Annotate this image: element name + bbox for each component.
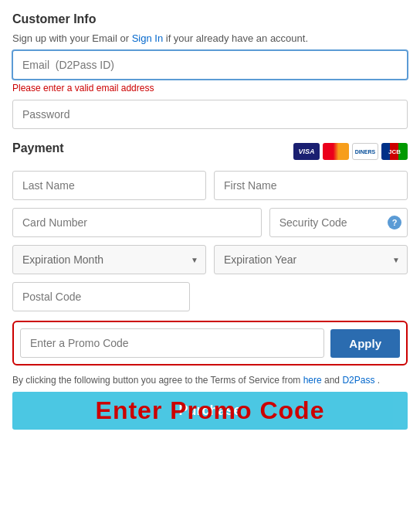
purchase-section: Enter Promo Code Purchase (12, 392, 408, 430)
last-name-input[interactable] (12, 171, 206, 200)
email-input[interactable] (12, 50, 408, 80)
signin-link[interactable]: Sign In (132, 32, 163, 44)
d2pass-link[interactable]: D2Pass (342, 375, 374, 386)
name-row (12, 171, 408, 200)
enter-promo-text: Enter Promo Code (96, 396, 325, 425)
expiry-row: Expiration Month 01 - January 02 - Febru… (12, 245, 408, 274)
payment-title: Payment (12, 141, 64, 155)
expiry-year-wrapper: Expiration Year 2024 2025 2026 2027 2028… (214, 245, 408, 274)
email-wrapper (12, 50, 408, 80)
postal-code-input[interactable] (12, 282, 190, 311)
expiry-month-wrapper: Expiration Month 01 - January 02 - Febru… (12, 245, 206, 274)
payment-icons: VISA DINERS JCB (293, 143, 408, 160)
terms-text: By clicking the following button you agr… (12, 375, 408, 386)
email-error: Please enter a valid email address (12, 83, 408, 94)
terms-here-link[interactable]: here (303, 375, 322, 386)
payment-header: Payment VISA DINERS JCB (12, 141, 408, 162)
visa-icon: VISA (293, 143, 320, 160)
promo-code-input[interactable] (20, 328, 324, 358)
enter-promo-overlay: Enter Promo Code (12, 392, 408, 430)
mastercard-icon (323, 143, 349, 160)
postal-row (12, 282, 408, 311)
security-help-icon[interactable]: ? (388, 216, 401, 230)
jcb-icon: JCB (381, 143, 408, 160)
expiry-month-select[interactable]: Expiration Month 01 - January 02 - Febru… (12, 245, 206, 274)
customer-info-title: Customer Info (12, 12, 408, 26)
customer-info-section: Customer Info Sign up with your Email or… (12, 12, 408, 129)
promo-section: Apply (12, 321, 408, 366)
card-row: ? (12, 208, 408, 237)
expiry-year-select[interactable]: Expiration Year 2024 2025 2026 2027 2028… (214, 245, 408, 274)
card-number-input[interactable] (12, 208, 262, 237)
signup-text: Sign up with your Email or Sign In if yo… (12, 32, 408, 44)
password-input[interactable] (12, 100, 408, 129)
apply-button[interactable]: Apply (330, 329, 400, 358)
security-code-wrapper: ? (269, 208, 408, 237)
diners-icon: DINERS (352, 143, 378, 160)
first-name-input[interactable] (214, 171, 408, 200)
card-number-wrapper (12, 208, 262, 237)
password-wrapper (12, 100, 408, 129)
payment-section: Payment VISA DINERS JCB ? Expiration Mon… (12, 141, 408, 311)
